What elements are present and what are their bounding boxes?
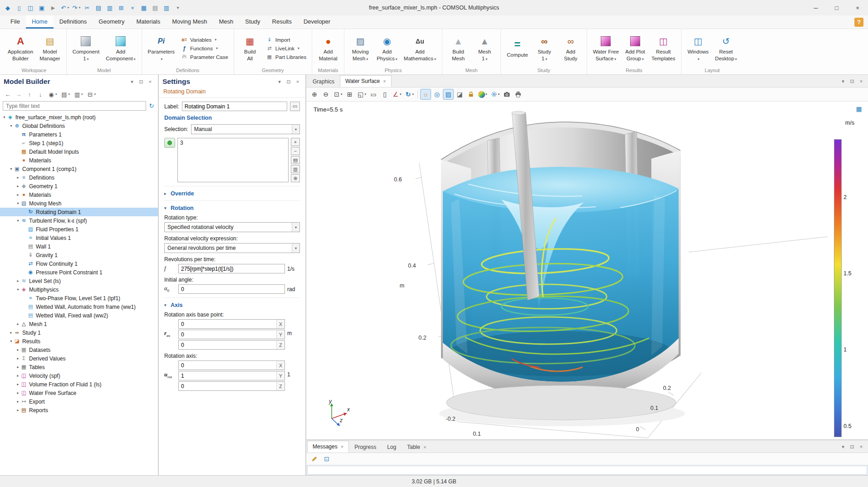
comsol-app-button[interactable]: ◆: [2, 2, 13, 14]
messages-float-icon[interactable]: ⊡: [848, 443, 856, 451]
revolutions-input[interactable]: [178, 264, 285, 273]
redo-button[interactable]: ↷▾: [70, 2, 81, 14]
windows-button[interactable]: ◫Windows▾: [685, 34, 711, 63]
selection-item[interactable]: 3: [180, 140, 286, 147]
grid-3-button[interactable]: ▥: [161, 2, 172, 14]
tree-node-gravity-1[interactable]: ⇓Gravity 1: [0, 251, 158, 259]
tree-node-pressure-point-constraint-1[interactable]: ◉Pressure Point Constraint 1: [0, 268, 158, 277]
axis-header[interactable]: ▾ Axis: [164, 302, 300, 308]
menu-mesh[interactable]: Mesh: [213, 15, 239, 29]
velocity-expression-dropdown[interactable]: General revolutions per time ▾: [164, 243, 300, 253]
transparency-button[interactable]: ▨: [443, 89, 454, 100]
save-button[interactable]: ▣: [36, 2, 47, 14]
menu-geometry[interactable]: Geometry: [93, 15, 130, 29]
build-all-button[interactable]: ▦BuildAll: [237, 34, 263, 63]
messages-menu-icon[interactable]: ▾: [839, 443, 847, 451]
parameter-case-button[interactable]: PiParameter Case: [181, 54, 228, 60]
component-1-button[interactable]: Component1▾: [70, 34, 102, 63]
menu-materials[interactable]: Materials: [130, 15, 166, 29]
tree-node-free-surface-mixer-ls-mph-root[interactable]: ▾◈free_surface_mixer_ls.mph (root): [0, 113, 158, 122]
print-button[interactable]: [513, 89, 524, 100]
add-material-button[interactable]: ●AddMaterial: [315, 34, 341, 63]
tree-node-tables[interactable]: ▸▦Tables: [0, 363, 158, 371]
duplicate-button[interactable]: ⊞: [116, 2, 127, 14]
tree-node-initial-values-1[interactable]: ≈Initial Values 1: [0, 234, 158, 242]
copy-button[interactable]: ▤: [291, 156, 300, 164]
twisty-icon[interactable]: ▸: [15, 348, 20, 352]
tree-node-level-set-ls[interactable]: ▸≋Level Set (ls): [0, 277, 158, 285]
messages-tab-messages[interactable]: Messages×: [307, 441, 349, 453]
close-tab-icon[interactable]: ×: [423, 444, 426, 450]
tree-node-materials[interactable]: ▸●Materials: [0, 190, 158, 199]
graphics-canvas[interactable]: Time=5.5 s: [306, 102, 868, 439]
tree-node-fluid-properties-1[interactable]: ▧Fluid Properties 1: [0, 225, 158, 234]
label-input[interactable]: [182, 102, 287, 111]
graphics-float-icon[interactable]: ⊡: [848, 77, 856, 85]
clipping-button[interactable]: ◪: [454, 89, 465, 100]
lock-axes-button[interactable]: [466, 89, 476, 100]
twisty-icon[interactable]: ▸: [15, 365, 20, 369]
twisty-icon[interactable]: ▸: [15, 399, 20, 404]
close-button[interactable]: ×: [847, 0, 868, 15]
twisty-icon[interactable]: ▸: [15, 374, 20, 378]
add-button[interactable]: +: [291, 138, 300, 146]
twisty-icon[interactable]: ▾: [2, 115, 7, 119]
tree-node-geometry-1[interactable]: ▸◆Geometry 1: [0, 182, 158, 190]
initial-angle-input[interactable]: [178, 284, 285, 294]
refresh-icon[interactable]: ↻: [148, 102, 155, 110]
zoom-in-button[interactable]: ⊕: [309, 89, 320, 100]
twisty-icon[interactable]: ▸: [15, 356, 20, 360]
help-icon[interactable]: ?: [854, 18, 863, 27]
messages-close-icon[interactable]: ×: [857, 443, 865, 451]
variables-button[interactable]: a=Variables▾: [181, 37, 228, 43]
filter-button[interactable]: ⊟▾: [85, 90, 98, 99]
twisty-icon[interactable]: ▸: [15, 184, 20, 188]
import-button[interactable]: ⇓Import: [266, 37, 306, 43]
tree-node-rotating-domain-1[interactable]: ↻Rotating Domain 1: [0, 208, 158, 216]
add-component-button[interactable]: AddComponent▾: [103, 34, 138, 63]
forward-button[interactable]: →: [14, 90, 24, 99]
messages-tab-table[interactable]: Table×: [402, 442, 432, 453]
twisty-icon[interactable]: ▾: [15, 201, 20, 205]
close-tab-icon[interactable]: ×: [383, 78, 386, 84]
collapse-all-button[interactable]: ▤▾: [59, 90, 72, 99]
undo-button[interactable]: ↶▾: [59, 2, 70, 14]
maximize-button[interactable]: □: [826, 0, 847, 15]
compute-button[interactable]: =Compute: [504, 37, 531, 59]
model-manager-button[interactable]: ▤ModelManager: [37, 34, 63, 63]
tree-node-reports[interactable]: ▸▤Reports: [0, 406, 158, 414]
customize-button[interactable]: ▾: [172, 2, 183, 14]
settings-menu-icon[interactable]: ▾: [275, 78, 284, 86]
override-header[interactable]: ▸ Override: [164, 190, 300, 197]
tree-node-multiphysics[interactable]: ▾◈Multiphysics: [0, 285, 158, 294]
minimize-button[interactable]: ─: [805, 0, 826, 15]
tree-node-turbulent-flow-k-spf[interactable]: ▾≋Turbulent Flow, k-ε (spf): [0, 216, 158, 225]
twisty-icon[interactable]: ▸: [15, 175, 20, 180]
rotation-header[interactable]: ▾ Rotation: [164, 205, 300, 211]
water-free-surface-button[interactable]: Water FreeSurface▾: [590, 34, 622, 63]
tree-node-materials[interactable]: ●Materials: [0, 156, 158, 165]
tree-node-water-free-surface[interactable]: ▸◫Water Free Surface: [0, 389, 158, 397]
twisty-icon[interactable]: ▾: [15, 219, 20, 223]
environment-reflections-button[interactable]: ◎: [432, 89, 442, 100]
reset-desktop-button[interactable]: ↺ResetDesktop▾: [712, 34, 740, 63]
domain-selection-list[interactable]: 3: [177, 138, 289, 182]
messages-row[interactable]: [307, 466, 867, 475]
settings-float-icon[interactable]: ⊡: [284, 78, 293, 86]
tree-node-datasets[interactable]: ▸▦Datasets: [0, 346, 158, 354]
selection-dropdown[interactable]: Manual ▾: [191, 124, 300, 134]
columns-button[interactable]: ▥▾: [72, 90, 84, 99]
menu-developer[interactable]: Developer: [298, 15, 336, 29]
remove-button[interactable]: −: [291, 147, 300, 155]
graphics-tab-graphics[interactable]: Graphics: [307, 76, 340, 87]
tree-node-wetted-wall-fixed-wall-ww2[interactable]: ▤Wetted Wall, Fixed wall (ww2): [0, 311, 158, 320]
grid-2-button[interactable]: ▤: [150, 2, 161, 14]
twisty-icon[interactable]: ▾: [9, 167, 14, 171]
new-file-button[interactable]: ▯: [14, 2, 25, 14]
twisty-icon[interactable]: ▾: [15, 287, 20, 292]
add-study-button[interactable]: ∞AddStudy: [558, 34, 584, 63]
menu-file[interactable]: File: [5, 15, 26, 29]
menu-results[interactable]: Results: [266, 15, 298, 29]
external-display-button[interactable]: ⊡: [321, 453, 332, 464]
twisty-icon[interactable]: ▾: [9, 339, 14, 343]
